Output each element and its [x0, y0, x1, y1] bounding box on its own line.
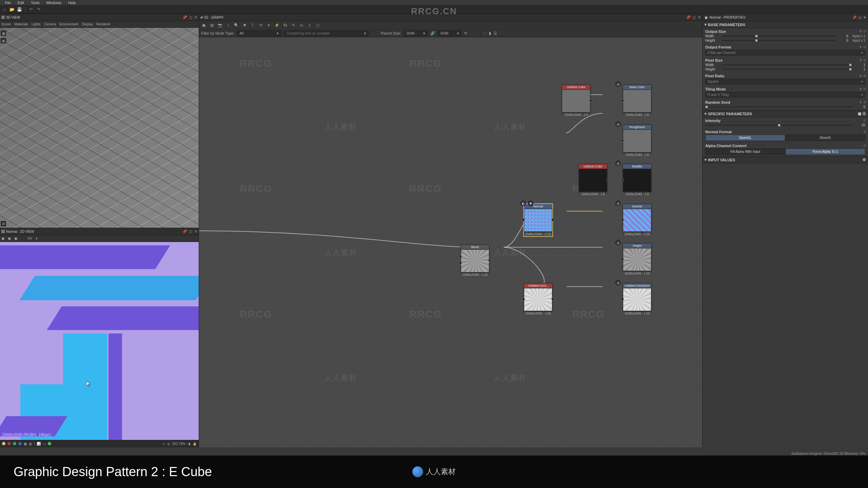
- link-icon[interactable]: ↯: [859, 74, 862, 78]
- view-icon[interactable]: ▮: [489, 31, 491, 36]
- menu-file[interactable]: File: [1, 1, 14, 5]
- uv-label[interactable]: UV: [27, 237, 32, 240]
- node-out-normal[interactable]: Normal 2048x2048 - C16 ◎: [623, 204, 651, 236]
- light-tool-icon[interactable]: ◉: [1, 38, 6, 43]
- channel-icon[interactable]: [2, 442, 5, 445]
- link-icon[interactable]: ↯: [859, 45, 862, 49]
- reset-icon[interactable]: ↺: [863, 130, 866, 134]
- menu-edit[interactable]: Edit: [14, 1, 27, 5]
- tab-materials[interactable]: Materials: [14, 22, 28, 26]
- alpha-segment[interactable]: Fill Alpha With Input Force Alpha To 1: [705, 148, 865, 155]
- node-out-ao[interactable]: Ambient Occlusion 2048x2048 - L16 ◎: [623, 283, 651, 316]
- maximize-icon[interactable]: ◻: [859, 16, 861, 19]
- save-icon[interactable]: 💾: [17, 7, 22, 12]
- close-icon[interactable]: ✕: [194, 15, 197, 20]
- link-icon[interactable]: ↯: [859, 87, 862, 91]
- dropdown-icon[interactable]: ▾: [266, 23, 272, 27]
- reset-icon[interactable]: ↺: [863, 87, 866, 91]
- tab-lights[interactable]: Lights: [32, 22, 41, 26]
- tab-display[interactable]: Display: [82, 22, 93, 26]
- refresh-icon[interactable]: ⟳: [258, 23, 263, 27]
- pin-icon[interactable]: 📌: [182, 15, 187, 20]
- grid-icon[interactable]: ▦: [24, 442, 27, 446]
- filter-search-input[interactable]: Containing text or variable▾: [284, 30, 369, 36]
- slider-pixel-width[interactable]: [722, 64, 853, 65]
- chart-icon[interactable]: 📊: [37, 442, 41, 446]
- node-uniform-color-2[interactable]: Uniform Color 2048x2048 - L8: [579, 164, 607, 196]
- tab-renderer[interactable]: Renderer: [96, 22, 111, 26]
- gear-icon[interactable]: ⚙: [863, 158, 866, 162]
- grid-icon[interactable]: ▦: [858, 111, 861, 116]
- tiling-combo[interactable]: H and V Tiling▾: [705, 92, 865, 98]
- reset-icon[interactable]: ↺: [863, 29, 866, 33]
- fit-icon[interactable]: ⤢: [162, 442, 165, 446]
- chevron-down-icon[interactable]: ▾: [36, 237, 37, 240]
- share-icon[interactable]: ⤴: [250, 23, 255, 27]
- group-specific-params[interactable]: ▾SPECIFIC PARAMETERS ▦ ☰: [703, 110, 868, 117]
- reload-icon[interactable]: 🗘: [282, 23, 288, 27]
- undo-icon[interactable]: ↶: [29, 7, 34, 12]
- viewport-3d[interactable]: ▣ ◉ ⚙: [0, 28, 199, 228]
- tool-icon[interactable]: ▣: [14, 237, 17, 240]
- filter-type-combo[interactable]: All▾: [237, 30, 281, 36]
- viewport-2d[interactable]: 2048x2048 (RGBA, 16bpc): [0, 242, 199, 440]
- lock-icon[interactable]: 🔒: [193, 442, 197, 446]
- menu-tools[interactable]: Tools: [27, 1, 43, 5]
- normal-format-segment[interactable]: OpenGL DirectX: [705, 135, 865, 141]
- tab-camera[interactable]: Camera: [44, 22, 56, 26]
- pin-icon[interactable]: 📌: [182, 229, 187, 234]
- hist-icon[interactable]: ▤: [29, 442, 32, 446]
- tool-icon[interactable]: ▣: [201, 23, 206, 27]
- view-icon[interactable]: ☰: [494, 31, 497, 36]
- node-bevel[interactable]: Bevel 2048x2048 - L16: [461, 245, 489, 277]
- refresh-icon[interactable]: ⟳: [464, 31, 467, 36]
- node-out-roughness[interactable]: Roughness 2048x2048 - L8 ◎: [623, 125, 651, 157]
- ruler-icon[interactable]: ▭: [43, 442, 46, 446]
- tool-icon[interactable]: ▣: [1, 237, 4, 240]
- maximize-icon[interactable]: ◻: [189, 15, 192, 20]
- tab-environment[interactable]: Environment: [59, 22, 78, 26]
- menu-help[interactable]: Help: [65, 1, 79, 5]
- node-ao[interactable]: Ambient Occl... 2048x2048 - L16: [524, 283, 552, 316]
- maximize-icon[interactable]: ◻: [189, 229, 192, 234]
- tab-scene[interactable]: Scene: [1, 22, 11, 26]
- link-icon[interactable]: ↯: [859, 29, 862, 33]
- open-icon[interactable]: 📂: [9, 7, 14, 12]
- view-icon[interactable]: ⬚: [483, 31, 486, 36]
- close-icon[interactable]: ✕: [863, 16, 866, 19]
- target-icon[interactable]: ◎: [167, 442, 170, 446]
- wand-icon[interactable]: ✎: [291, 23, 296, 27]
- reset-icon[interactable]: ↺: [863, 45, 866, 49]
- bolt-icon[interactable]: ⚡: [274, 23, 280, 27]
- graph-canvas[interactable]: RRCG RRCG RRCG RRCG RRCG RRCG RRCG RRCG …: [199, 37, 702, 447]
- slider-pixel-height[interactable]: [722, 69, 853, 70]
- reset-icon[interactable]: ↺: [863, 119, 866, 122]
- node-out-basecolor[interactable]: Base Color 2048x2048 - L8 ◎: [623, 85, 651, 117]
- tool-icon[interactable]: ▭: [299, 23, 304, 27]
- slider-height[interactable]: [722, 40, 836, 41]
- slider-random-seed[interactable]: [705, 106, 853, 107]
- group-base-params[interactable]: ▾BASE PARAMETERS: [703, 21, 868, 28]
- node-normal[interactable]: Normal 2048x2048 - C16 ◐ ✖: [524, 204, 552, 236]
- reset-icon[interactable]: ↺: [863, 100, 866, 104]
- slider-intensity[interactable]: [705, 125, 853, 126]
- size-combo[interactable]: 2048▾: [438, 30, 461, 36]
- menu-windows[interactable]: Windows: [43, 1, 65, 5]
- home-icon[interactable]: ⌂: [2, 7, 7, 12]
- info-icon[interactable]: i: [34, 442, 35, 446]
- reset-icon[interactable]: ↺: [863, 144, 866, 147]
- node-out-height[interactable]: Height 2048x2048 - L16 ◎: [623, 243, 651, 276]
- node-uniform-color-1[interactable]: Uniform Color 2048x2048 - L8: [562, 85, 590, 117]
- close-icon[interactable]: ✖: [242, 23, 247, 27]
- pixel-ratio-combo[interactable]: Square▾: [705, 79, 865, 84]
- tool-icon[interactable]: ▢: [315, 23, 320, 27]
- output-format-combo[interactable]: 8 Bits per Channel▾: [705, 50, 865, 56]
- search-icon[interactable]: 🔍: [234, 23, 239, 27]
- pin-icon[interactable]: 📌: [852, 16, 856, 19]
- group-input-values[interactable]: ▾INPUT VALUES ⚙: [703, 156, 868, 163]
- settings-tool-icon[interactable]: ⚙: [1, 221, 6, 226]
- tool-icon[interactable]: ▣: [8, 237, 11, 240]
- channel-b-icon[interactable]: [18, 442, 22, 445]
- close-icon[interactable]: ✕: [698, 15, 701, 20]
- link-icon[interactable]: ↯: [859, 100, 862, 104]
